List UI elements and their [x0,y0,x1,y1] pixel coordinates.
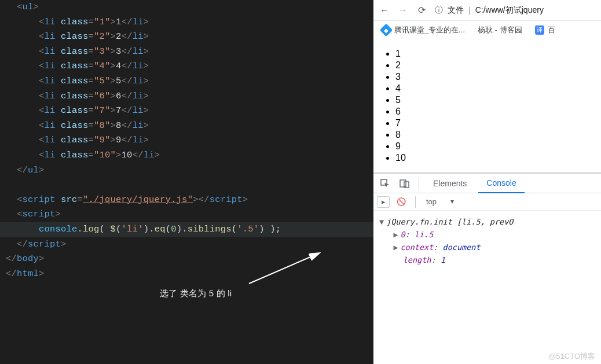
annotation-text: 选了 类名为 5 的 li [160,286,232,301]
play-icon[interactable]: ▸ [377,196,390,208]
list-item: 3 [395,72,593,82]
code-line: <li class="4">4</li> [6,59,373,74]
browser-panel: ← → ⟳ ⓘ 文件 | C:/www/初试jquery ◆ 腾讯课堂_专业的在… [373,0,601,364]
highlighted-line: console.log( $('li').eq(0).siblings('.5'… [0,222,373,237]
tab-console[interactable]: Console [478,174,524,193]
url-bar[interactable]: ⓘ 文件 | C:/www/初试jquery [435,5,544,16]
code-line: <li class="5">5</li> [6,74,373,89]
list-item: 7 [395,118,593,128]
code-line: <li class="1">1</li> [6,15,373,30]
script-src: "./jquery/jquery.js" [83,194,193,205]
browser-nav: ← → ⟳ ⓘ 文件 | C:/www/初试jquery [373,0,601,21]
bookmarks-bar: ◆ 腾讯课堂_专业的在... 杨耿 - 博客园 译 百 [373,21,601,39]
list-item: 10 [395,153,593,163]
diamond-icon: ◆ [380,24,393,37]
code-editor[interactable]: <ul> <li class="1">1</li> <li class="2">… [0,0,373,364]
svg-line-0 [249,253,318,284]
url-text: C:/www/初试jquery [475,5,544,16]
page-list: 12345678910 [395,49,593,163]
rendered-page: 12345678910 [373,39,601,172]
file-label: 文件 [448,5,464,16]
bookmark-item[interactable]: ◆ 腾讯课堂_专业的在... [382,25,465,35]
code-line: <li class="6">6</li> [6,89,373,104]
list-item: 2 [395,60,593,71]
list-item: 4 [395,83,593,94]
code-line: <li class="8">8</li> [6,119,373,134]
code-line: <li class="10">10</li> [6,148,373,163]
svg-rect-2 [400,180,406,187]
devtools: Elements Console ▸ 🚫 top ▼ jQuery.fn.ini… [373,172,601,364]
console-toolbar: ▸ 🚫 top [373,193,601,211]
reload-button[interactable]: ⟳ [416,5,427,16]
watermark: @51CTO博客 [548,351,595,362]
inspect-icon[interactable] [377,175,393,192]
clear-console-icon[interactable]: 🚫 [393,194,409,210]
bookmark-item[interactable]: 杨耿 - 博客园 [478,25,522,35]
code-line: <li class="9">9</li> [6,133,373,148]
bookmark-item[interactable]: 译 百 [535,25,555,35]
back-button[interactable]: ← [379,5,390,16]
device-toggle-icon[interactable] [397,175,413,192]
annotation-arrow [243,249,330,289]
info-icon: ⓘ [435,5,443,16]
forward-button[interactable]: → [398,5,408,16]
code-line: <li class="2">2</li> [6,30,373,45]
list-item: 8 [395,130,593,140]
tab-elements[interactable]: Elements [425,174,475,193]
devtools-tabs: Elements Console [373,174,601,193]
list-item: 9 [395,141,593,152]
list-item: 1 [395,49,593,59]
code-line: <li class="7">7</li> [6,104,373,119]
context-selector[interactable]: top [422,196,457,207]
list-item: 6 [395,106,593,117]
translate-icon: 译 [535,25,544,35]
console-object-header: jQuery.fn.init [386,217,452,226]
list-item: 5 [395,95,593,105]
console-output[interactable]: ▼ jQuery.fn.init [li.5, prevO ▶ 0: li.5 … [373,211,601,271]
code-line: <li class="3">3</li> [6,45,373,60]
